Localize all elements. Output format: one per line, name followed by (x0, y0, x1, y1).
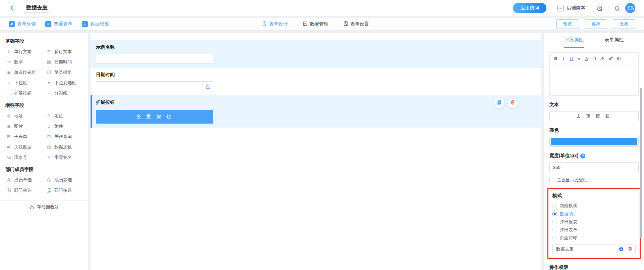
palette-item-label: 复选框组 (54, 70, 72, 76)
palette-item[interactable]: ⊡ 关联查询 (46, 131, 86, 142)
data-load-icon: ▥ (46, 144, 52, 149)
form-tab[interactable]: 数据管理 (303, 21, 328, 27)
editor-content[interactable] (550, 64, 638, 95)
copy-field-button[interactable] (494, 98, 504, 108)
gear-icon[interactable] (619, 246, 624, 252)
align-icon[interactable]: ≡ (577, 56, 581, 61)
nav-link[interactable]: 普通表单 (45, 21, 72, 27)
location-icon: ⊕ (46, 113, 52, 118)
palette-item[interactable]: ✎ 手写签名 (46, 152, 86, 163)
bell-icon[interactable] (614, 5, 620, 11)
palette-item-label: 下拉复选框 (54, 80, 76, 86)
mode-radio-option[interactable]: 数据助手 (552, 210, 636, 218)
mode-section-highlighted: 模式 功能模块 数据助手 (547, 188, 641, 259)
radio-icon (552, 212, 557, 216)
image-icon[interactable] (617, 56, 622, 61)
palette-item[interactable]: ☑ 复选框组 (46, 67, 86, 78)
palette-item[interactable]: ▭ 扩展按钮 (6, 88, 46, 98)
palette-item[interactable]: 123 数字 (6, 57, 46, 67)
mode-option-label: 功能模块 (560, 203, 577, 209)
page-title[interactable]: 数据去重 (24, 4, 50, 13)
paperclip-icon (9, 21, 15, 27)
palette-item[interactable]: ▣ 图片 (6, 121, 46, 131)
checkbox-label: 是否显示提醒框 (557, 177, 587, 183)
palette-item-label: 数据加载 (54, 144, 72, 150)
palette-item-label: 单行文本 (14, 49, 32, 55)
radio-icon (552, 236, 557, 240)
mode-radio-option[interactable]: 页面打印 (552, 234, 636, 242)
palette-item[interactable]: ▥ 数据加载 (46, 142, 86, 152)
panel-scrollbar[interactable] (640, 88, 642, 238)
palette-item[interactable]: ≣ 多行文本 (46, 46, 86, 57)
palette-item[interactable]: ◉ 单选按钮组 (6, 67, 46, 78)
italic-icon[interactable]: I (561, 56, 566, 61)
trash-small-icon[interactable] (628, 246, 633, 252)
datetime-icon: ▦ (46, 59, 52, 64)
palette-item[interactable]: T 单行文本 (6, 46, 46, 57)
top-header: 数据去重 应用访问 ‹/› 后端脚本 理员 (0, 0, 644, 16)
palette-item[interactable]: ◎ 地址 (6, 110, 46, 121)
back-chevron-icon[interactable] (9, 4, 16, 12)
sample-name-input[interactable] (96, 54, 213, 64)
palette-item[interactable]: ▿ 下拉框 (6, 78, 46, 88)
calendar-icon[interactable] (203, 81, 213, 91)
field-row-datetime[interactable]: 日期时间 (91, 68, 541, 95)
mode-option-label: 弹出表单 (560, 227, 577, 233)
unlink-icon[interactable] (608, 56, 613, 61)
action-button[interactable]: 预览 (556, 19, 579, 29)
action-button[interactable]: 发布 (613, 19, 635, 29)
font-color-icon[interactable]: A (585, 56, 589, 61)
datetime-input[interactable] (96, 81, 203, 91)
nav-link[interactable]: 数据权限 (82, 21, 109, 27)
field-row-sample-name[interactable]: 示例名称 (91, 40, 541, 68)
app-access-button[interactable]: 应用访问 (513, 3, 546, 13)
palette-item[interactable]: 部门单选 (6, 185, 46, 195)
link-icon[interactable] (600, 56, 605, 61)
dedupe-button[interactable]: 去 重 按 钮 (96, 110, 213, 124)
nav-link[interactable]: 表单外链 (9, 21, 36, 27)
help-icon[interactable]: ? (580, 153, 585, 159)
field-recycle-bin[interactable]: 字段回收站 (0, 200, 88, 214)
number-icon: 123 (6, 60, 12, 64)
width-input[interactable] (549, 162, 639, 172)
mode-radio-option[interactable]: 功能模块 (552, 202, 636, 210)
contacts-icon[interactable] (596, 5, 603, 11)
form-tab[interactable]: 表单设计 (262, 21, 288, 27)
member-single-icon (6, 178, 12, 182)
underline-icon[interactable]: U (569, 56, 573, 61)
palette-item[interactable]: ↥ 附件 (46, 121, 86, 131)
property-panel: 字段属性 表单属性 B I U ≡ (544, 33, 644, 270)
delete-field-button[interactable] (508, 98, 518, 108)
font-size-icon[interactable]: Tt (592, 56, 596, 61)
field-palette-sidebar: 基础字段 T 单行文本 ≣ 多行文本 123 数字 ▦ (0, 33, 88, 270)
mode-radio-option[interactable]: 弹出表单 (552, 226, 636, 234)
show-reminder-checkbox[interactable]: 是否显示提醒框 (549, 177, 639, 183)
panel-tab[interactable]: 字段属性 (564, 33, 584, 48)
palette-item[interactable]: 成员单选 (6, 175, 46, 185)
color-picker[interactable] (549, 137, 639, 147)
palette-item[interactable]: ⇄ 关联数据 (6, 142, 46, 152)
panel-tab[interactable]: 表单属性 (604, 33, 624, 48)
palette-item[interactable]: ⊞ 子表单 (6, 131, 46, 142)
mode-radio-option[interactable]: 弹出报表 (552, 218, 636, 226)
palette-item[interactable]: ▾ 下拉复选框 (46, 78, 86, 88)
palette-item[interactable]: ╌ 分割线 (46, 88, 86, 98)
panel-tab-label: 字段属性 (565, 37, 583, 43)
field-row-extend-button[interactable]: 扩展按钮 去 重 按 钮 (91, 95, 541, 128)
palette-item-label: 单选按钮组 (14, 70, 36, 76)
palette-item[interactable]: 成员多选 (46, 175, 86, 185)
avatar[interactable]: 理员 (625, 3, 635, 13)
button-text-input[interactable] (549, 111, 639, 121)
bold-icon[interactable]: B (554, 56, 558, 61)
member-multi-icon (46, 178, 52, 182)
palette-item[interactable]: ⊕ 定位 (46, 110, 86, 121)
palette-item[interactable]: 部门多选 (46, 185, 86, 195)
action-button[interactable]: 保存 (585, 19, 607, 29)
palette-item[interactable]: № 流水号 (6, 152, 46, 163)
divider (608, 5, 608, 11)
palette-item[interactable]: ▦ 日期时间 (46, 57, 86, 67)
form-tab[interactable]: 表单设置 (343, 21, 369, 27)
backend-script-button[interactable]: ‹/› 后端脚本 (557, 5, 585, 11)
palette-item-label: 数字 (14, 59, 23, 65)
radio-icon (552, 228, 557, 232)
